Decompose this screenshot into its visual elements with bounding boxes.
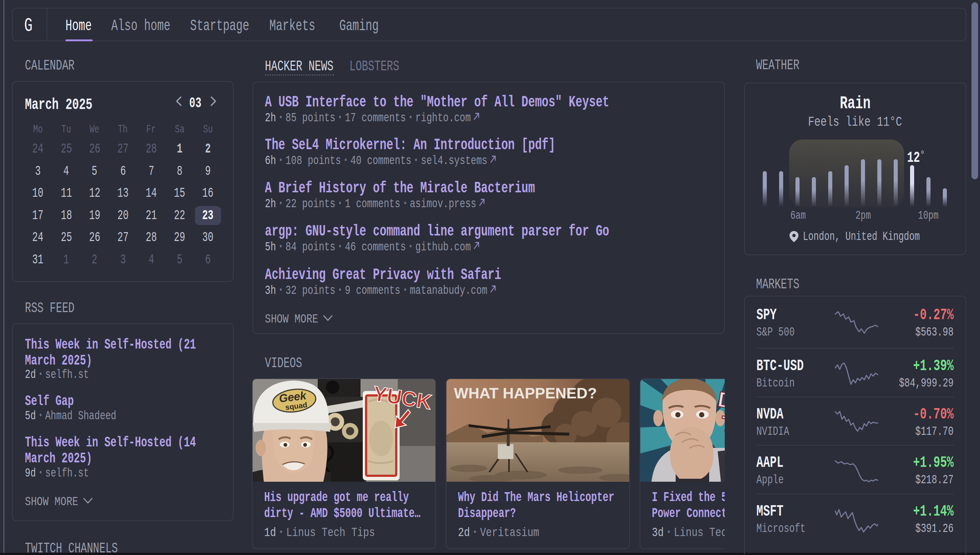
svg-text:WHAT HAPPENED?: WHAT HAPPENED? [454, 385, 597, 402]
